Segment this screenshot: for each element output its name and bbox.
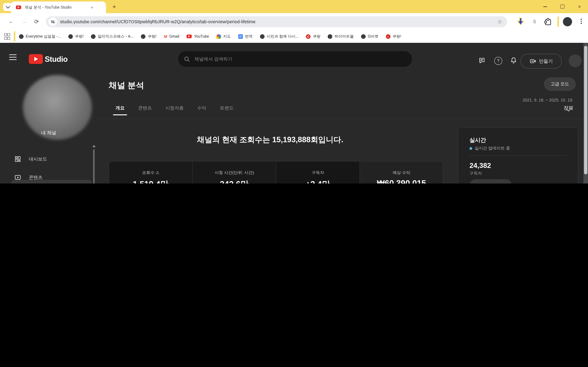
youtube-favicon-icon	[16, 6, 21, 9]
url-text: studio.youtube.com/channel/UCfD7OSttpwbf…	[60, 19, 256, 24]
create-video-icon	[529, 58, 536, 65]
menu-hamburger-icon[interactable]	[9, 54, 17, 60]
feedback-history-icon[interactable]	[478, 57, 486, 64]
bookmark-item-maps[interactable]: 지도	[216, 34, 231, 39]
globe-favicon-icon	[68, 34, 73, 39]
extensions-puzzle-icon[interactable]	[545, 19, 551, 25]
bookmark-item-youtube[interactable]: YouTube	[187, 34, 209, 39]
globe-favicon-icon	[141, 34, 146, 39]
channel-name: 내 채널	[0, 130, 97, 136]
metric-card-revenue-selected[interactable]: 예상 수익 ₩60,390,015	[360, 161, 443, 184]
create-button[interactable]: 만들기	[521, 54, 562, 68]
sidebar-scrollbar[interactable]	[93, 149, 95, 184]
globe-favicon-icon	[19, 34, 24, 39]
bookmark-item[interactable]: 시민과 함께 다시...	[260, 34, 299, 39]
realtime-status: 실시간 업데이트 중	[469, 146, 571, 151]
live-dot-icon	[469, 147, 472, 150]
notifications-bell-icon[interactable]	[510, 57, 518, 65]
studio-search-placeholder: 채널에서 검색하기	[194, 56, 233, 62]
dashboard-icon	[14, 155, 21, 163]
studio-search-box[interactable]: 채널에서 검색하기	[178, 51, 413, 67]
sidebar-scroll-area: 대시보드 콘텐츠 분석 커뮤니티 언어 저작권 수익 창출 맞춤설정 오디오 보…	[0, 144, 97, 184]
see-live-count-button[interactable]: 실시간 집계 보기	[469, 179, 512, 184]
bookmark-item-gmail[interactable]: MGmail	[164, 34, 179, 39]
bookmark-item-coupang[interactable]: C쿠팡	[306, 34, 320, 39]
window-maximize-button[interactable]	[555, 0, 569, 13]
bookmark-star-icon[interactable]: ☆	[497, 18, 502, 25]
bookmark-item-translate[interactable]: G번역	[238, 34, 252, 39]
tab-overview[interactable]: 개요	[109, 101, 131, 115]
theme-accent-bar	[557, 17, 559, 27]
bookmarks-bar: Everytime 십일절 -... 쿠팡! 알리익스프레스 - A... 쿠팡…	[0, 30, 588, 43]
forward-icon[interactable]: →	[21, 19, 27, 25]
bookmark-item[interactable]: 쿠팡!	[141, 34, 156, 39]
metric-card-watchtime[interactable]: 시청 시간(단위: 시간) 342.6만	[193, 161, 276, 184]
site-permissions-icon[interactable]	[48, 17, 57, 26]
help-icon[interactable]: ?	[494, 57, 502, 65]
translate-favicon-icon: G	[238, 34, 243, 39]
realtime-panel: 실시간 실시간 업데이트 중 24,382 구독자 실시간 집계 보기 3,57…	[458, 127, 578, 184]
tab-trends[interactable]: 트렌드	[213, 101, 240, 115]
window-minimize-button[interactable]	[538, 0, 552, 13]
extension-s-icon[interactable]: S	[533, 19, 536, 25]
new-tab-button[interactable]: +	[111, 3, 118, 10]
analytics-card: 조회수 ⚠ 1,519.4만 시청 시간(단위: 시간) 342.6만 구독자 …	[109, 161, 443, 184]
tab-revenue[interactable]: 수익	[190, 101, 213, 115]
back-icon[interactable]: ←	[9, 19, 14, 25]
realtime-subscribers: 24,382	[469, 161, 571, 170]
globe-favicon-icon	[361, 34, 366, 39]
studio-profile-avatar[interactable]	[569, 54, 582, 67]
coupang-badge-icon: c	[386, 34, 390, 39]
gmail-favicon-icon: M	[164, 34, 167, 39]
sidebar-scroll-up-arrow[interactable]	[93, 145, 95, 147]
window-close-button[interactable]: ×	[573, 0, 586, 13]
globe-favicon-icon	[260, 34, 264, 39]
url-bar[interactable]: studio.youtube.com/channel/UCfD7OSttpwbf…	[46, 16, 507, 27]
screen: 채널 분석 - YouTube Studio × + × ← → ⟳ studi…	[0, 0, 588, 184]
main-content: 채널 분석 고급 모드 개요 콘텐츠 시청자층 수익 트렌드 2021. 9. …	[97, 69, 583, 184]
views-headline: 채널의 현재 조회수는 15,193,888회입니다.	[97, 134, 443, 145]
bookmark-item[interactable]: 알리익스프레스 - A...	[91, 34, 134, 39]
metric-card-views[interactable]: 조회수 ⚠ 1,519.4만	[109, 161, 193, 184]
apps-grid-icon[interactable]	[4, 33, 9, 40]
tab-audience[interactable]: 시청자층	[159, 101, 190, 115]
studio-logo-text[interactable]: Studio	[45, 55, 68, 64]
search-icon	[183, 56, 190, 62]
bookmark-item[interactable]: 하이마트몰	[328, 34, 354, 39]
coupang-favicon-icon: C	[306, 34, 311, 39]
page-scrollbar-thumb[interactable]	[584, 46, 587, 174]
extension-arrow-icon[interactable]	[516, 17, 525, 26]
chevron-down-icon	[6, 4, 10, 8]
studio-logo-icon[interactable]	[29, 54, 43, 64]
bookmark-item[interactable]: 쿠팡!	[68, 34, 84, 39]
bookmark-item-coupang2[interactable]: c쿠팡!	[386, 34, 401, 39]
analytics-tabs: 개요 콘텐츠 시청자층 수익 트렌드	[109, 101, 240, 115]
sidebar-item-dashboard[interactable]: 대시보드	[0, 152, 97, 166]
tab-close-icon[interactable]: ×	[91, 5, 93, 10]
globe-favicon-icon	[91, 34, 95, 39]
theme-accent-bar	[14, 31, 15, 42]
date-range-text: 2021. 9. 18. ~ 2025. 10. 19.	[459, 98, 573, 102]
page-title: 채널 분석	[109, 80, 144, 91]
youtube-favicon-icon	[187, 34, 192, 38]
content-icon	[14, 174, 21, 181]
browser-profile-avatar[interactable]	[563, 17, 572, 26]
reload-icon[interactable]: ⟳	[34, 18, 39, 25]
metric-card-subscribers[interactable]: 구독자 +2.4만	[276, 161, 360, 184]
bookmark-item[interactable]: Everytime 십일절 -...	[19, 34, 61, 39]
sidebar-item-content[interactable]: 콘텐츠	[0, 170, 97, 184]
divider	[469, 155, 567, 156]
tabs-divider	[97, 119, 583, 119]
bookmark-item[interactable]: G마켓	[361, 34, 378, 39]
tab-content[interactable]: 콘텐츠	[131, 101, 159, 115]
browser-menu-icon[interactable]	[581, 19, 582, 24]
realtime-title: 실시간	[469, 136, 571, 144]
warning-icon: ⚠	[156, 170, 159, 175]
realtime-subscribers-label: 구독자	[469, 171, 571, 176]
advanced-mode-button[interactable]: 고급 모드	[544, 77, 576, 91]
active-tab[interactable]: 채널 분석 - YouTube Studio ×	[11, 1, 106, 13]
globe-favicon-icon	[328, 34, 332, 39]
maps-pin-icon	[216, 34, 221, 39]
date-preset[interactable]: 전체	[459, 105, 573, 111]
tab-title: 채널 분석 - YouTube Studio	[25, 5, 89, 10]
